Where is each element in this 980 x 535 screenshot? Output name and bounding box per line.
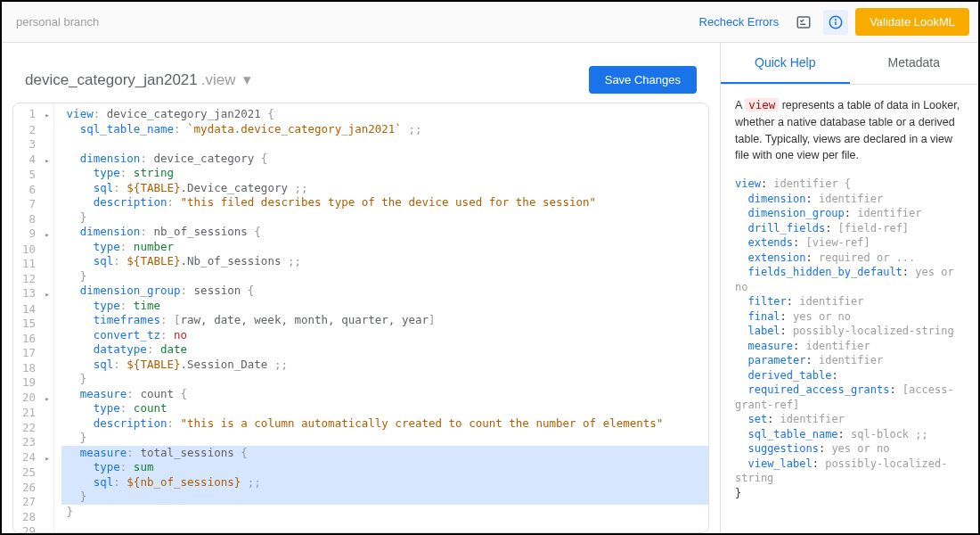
schema-row: measure: identifier [735,339,964,354]
code-line[interactable]: } [61,372,708,387]
code-line[interactable]: } [61,505,708,520]
line-number: 21 [20,406,52,421]
code-line[interactable]: } [61,490,708,505]
schema-row: set: identifier [735,412,964,427]
code-line[interactable]: description: "this filed describes type … [61,195,708,210]
code-line[interactable] [61,136,708,152]
line-number: 11 [20,257,52,272]
line-number: 29 [20,524,52,532]
line-number: 13 ▸ [20,286,52,302]
code-line[interactable]: type: string [61,166,708,181]
save-changes-button[interactable]: Save Changes [589,66,697,94]
schema-row: required_access_grants: [access-grant-re… [735,383,964,412]
code-line[interactable]: measure: count { [61,387,708,402]
code-line[interactable]: type: time [61,299,708,314]
code-line[interactable]: type: sum [61,460,708,475]
schema-row: view_label: possibly-localized-string [735,457,964,486]
help-pane: Quick Help Metadata A view represents a … [720,43,978,533]
code-line[interactable]: view: device_category_jan2021 { [61,107,708,122]
chevron-down-icon: ▾ [243,70,251,89]
code-line[interactable]: datatype: date [61,342,708,358]
schema-row: suggestions: yes or no [735,441,964,457]
line-number: 2 [20,123,52,138]
line-number: 26 [20,481,52,496]
line-number: 5 [20,168,52,183]
code-line[interactable]: dimension_group: session { [61,284,708,299]
code-line[interactable]: } [61,210,708,226]
line-number: 6 [20,183,52,198]
schema-row: label: possibly-localized-string [735,324,964,339]
schema-row: fields_hidden_by_default: yes or no [735,265,964,294]
code-line[interactable]: sql: ${TABLE}.Device_category ;; [61,181,708,196]
line-number: 4 ▸ [20,152,52,169]
tab-quick-help[interactable]: Quick Help [721,43,850,84]
line-number: 17 [20,346,52,361]
line-number: 7 [20,197,52,212]
code-line[interactable]: } [61,431,708,446]
code-line[interactable]: convert_tz: no [61,328,708,343]
info-icon[interactable] [823,10,848,35]
file-basename: device_category_jan2021 [25,71,198,89]
code-line[interactable]: type: count [61,401,708,416]
schema-row: extension: required or ... [735,251,964,266]
code-line[interactable]: sql: ${nb_of_sessions} ;; [61,475,708,490]
line-number: 22 [20,421,52,436]
line-number: 3 [20,137,52,152]
file-ext: .view [201,71,236,89]
line-number: 12 [20,272,52,287]
code-line[interactable]: dimension: nb_of_sessions { [61,225,708,240]
help-schema: view: identifier { dimension: identifier… [735,177,964,500]
code-body[interactable]: view: device_category_jan2021 { sql_tabl… [54,103,708,532]
line-number: 25 [20,465,52,481]
line-number: 1 ▸ [20,107,52,123]
line-number: 10 [20,243,52,258]
editor-pane: device_category_jan2021.view ▾ Save Chan… [2,43,720,533]
line-number: 27 [20,495,52,510]
line-gutter: 1 ▸2 3 4 ▸5 6 7 8 9 ▸10 11 12 13 ▸14 15 … [13,103,54,532]
help-intro: A view represents a table of data in Loo… [735,97,964,164]
schema-row: dimension: identifier [735,192,964,207]
view-keyword: view [745,98,779,111]
code-line[interactable] [61,519,708,532]
code-line[interactable]: sql: ${TABLE}.Session_Date ;; [61,358,708,373]
code-line[interactable]: timeframes: [raw, date, week, month, qua… [61,313,708,328]
schema-row: } [735,486,964,501]
tab-metadata[interactable]: Metadata [850,43,979,84]
schema-row: sql_table_name: sql-block ;; [735,427,964,442]
schema-row: drill_fields: [field-ref] [735,221,964,236]
schema-row: dimension_group: identifier [735,206,964,221]
schema-row: view: identifier { [735,177,964,192]
help-tabs: Quick Help Metadata [721,43,978,85]
code-line[interactable]: sql_table_name: `mydata.device_category_… [61,122,708,137]
line-number: 9 ▸ [20,226,52,243]
code-editor[interactable]: 1 ▸2 3 4 ▸5 6 7 8 9 ▸10 11 12 13 ▸14 15 … [12,103,709,533]
checklist-icon[interactable] [791,10,816,35]
line-number: 24 ▸ [20,450,52,466]
schema-row: final: yes or no [735,309,964,325]
branch-label: personal branch [11,15,99,29]
line-number: 23 [20,435,52,450]
schema-row: derived_table: [735,368,964,383]
svg-rect-0 [797,17,810,28]
line-number: 20 ▸ [20,391,52,407]
code-line[interactable]: } [61,269,708,284]
code-line[interactable]: dimension: device_category { [61,152,708,167]
schema-row: filter: identifier [735,294,964,309]
line-number: 15 [20,317,52,332]
editor-header: device_category_jan2021.view ▾ Save Chan… [12,57,709,103]
code-line[interactable]: sql: ${TABLE}.Nb_of_sessions ;; [61,254,708,269]
top-toolbar: personal branch Recheck Errors Validate … [2,2,978,43]
code-line[interactable]: description: "this is a column automatic… [61,416,708,432]
line-number: 28 [20,510,52,525]
schema-row: parameter: identifier [735,353,964,368]
file-name-dropdown[interactable]: device_category_jan2021.view ▾ [25,70,251,89]
validate-lookml-button[interactable]: Validate LookML [855,8,969,36]
help-content: A view represents a table of data in Loo… [721,85,978,513]
line-number: 8 [20,212,52,227]
code-line[interactable]: type: number [61,240,708,255]
schema-row: extends: [view-ref] [735,235,964,251]
svg-point-3 [836,19,837,20]
code-line[interactable]: measure: total_sessions { [61,446,708,461]
recheck-errors-link[interactable]: Recheck Errors [699,15,780,29]
line-number: 19 [20,375,52,391]
